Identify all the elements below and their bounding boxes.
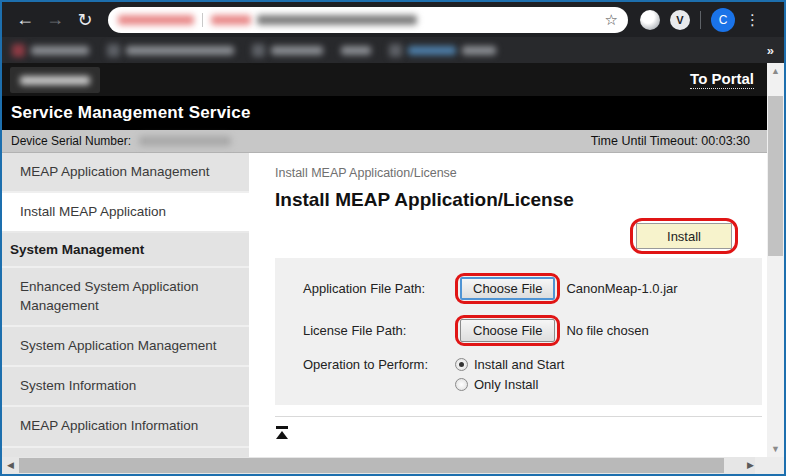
application-choose-file-button[interactable]: Choose File: [460, 277, 555, 300]
serial-bar: Device Serial Number: Time Until Timeout…: [2, 130, 784, 153]
browser-menu-icon[interactable]: ⋮: [745, 11, 760, 29]
url-redacted: [257, 15, 417, 25]
vertical-scrollbar[interactable]: ▲ ▼: [767, 63, 784, 457]
bookmark-item[interactable]: [341, 46, 371, 55]
device-serial-redacted: [139, 136, 231, 146]
sidebar-section-system-management: System Management: [2, 233, 249, 268]
top-icon-triangle: [276, 431, 288, 439]
vertical-scrollbar-thumb[interactable]: [768, 96, 783, 256]
page-title: Install MEAP Application/License: [275, 189, 766, 211]
device-name-blob: [20, 76, 90, 85]
omnibox-divider: [202, 13, 203, 27]
install-button[interactable]: Install: [636, 223, 732, 249]
bookmark-item[interactable]: [389, 44, 496, 57]
address-bar[interactable]: ☆: [108, 7, 628, 33]
radio-option-install-and-start[interactable]: Install and Start: [455, 357, 564, 372]
operation-label: Operation to Perform:: [303, 357, 455, 372]
back-icon[interactable]: ←: [10, 9, 40, 30]
service-title: Service Management Service: [11, 103, 251, 123]
portal-topbar: To Portal: [2, 63, 784, 96]
application-file-value: CanonMeap-1.0.jar: [566, 281, 677, 296]
bookmark-item[interactable]: [107, 44, 234, 57]
forward-icon[interactable]: →: [40, 9, 70, 30]
bookmark-item[interactable]: [252, 44, 323, 57]
bookmark-label-redacted: [31, 46, 89, 55]
license-choose-file-button[interactable]: Choose File: [460, 319, 555, 342]
horizontal-scrollbar[interactable]: ◀ ▶: [2, 457, 759, 474]
horizontal-scrollbar-thumb[interactable]: [19, 458, 724, 473]
bookmark-favicon: [252, 44, 265, 57]
scroll-down-icon[interactable]: ▼: [767, 441, 784, 457]
install-button-row: Install: [275, 218, 738, 254]
scrollbar-corner: [755, 457, 784, 474]
extension-icon[interactable]: [640, 10, 660, 30]
device-serial-label: Device Serial Number:: [11, 134, 131, 148]
radio-label-install-and-start: Install and Start: [474, 357, 564, 372]
application-file-label: Application File Path:: [303, 281, 455, 296]
bookmark-favicon: [389, 44, 402, 57]
toolbar-right: V C ⋮: [640, 8, 760, 32]
bookmark-item[interactable]: [12, 44, 89, 57]
bookmark-label-redacted: [341, 46, 371, 55]
profile-avatar[interactable]: C: [711, 8, 735, 32]
license-file-row: License File Path: Choose File No file c…: [303, 315, 762, 346]
url-scheme-redacted: [211, 15, 251, 25]
bookmark-favicon: [107, 44, 120, 57]
back-to-top-icon[interactable]: [275, 426, 289, 439]
scroll-left-icon[interactable]: ◀: [2, 457, 19, 474]
top-icon-bar: [276, 426, 288, 429]
radio-icon-only-install[interactable]: [455, 378, 468, 391]
bookmark-label-redacted: [271, 46, 323, 55]
radio-label-only-install: Only Install: [474, 377, 538, 392]
application-file-row: Application File Path: Choose File Canon…: [303, 273, 762, 304]
install-form: Application File Path: Choose File Canon…: [275, 258, 762, 405]
license-file-value: No file chosen: [566, 323, 648, 338]
sidebar-item-meap-application-management[interactable]: MEAP Application Management: [2, 153, 249, 193]
sidebar-item-meap-application-information[interactable]: MEAP Application Information: [2, 407, 249, 447]
sidebar-item-system-information[interactable]: System Information: [2, 367, 249, 407]
form-separator: [275, 416, 762, 417]
content: MEAP Application Management Install MEAP…: [2, 153, 784, 460]
timeout-text: Time Until Timeout: 00:03:30: [591, 134, 750, 148]
app-choose-file-annotation-ring: Choose File: [455, 273, 560, 304]
browser-toolbar: ← → ↻ ☆ V C ⋮: [2, 2, 784, 37]
main-panel: Install MEAP Application/License Install…: [249, 153, 784, 460]
operation-row: Operation to Perform: Install and Start …: [303, 357, 762, 392]
sidebar-item-install-meap-application[interactable]: Install MEAP Application: [2, 193, 249, 233]
operation-radio-group: Install and Start Only Install: [455, 357, 564, 392]
breadcrumb: Install MEAP Application/License: [275, 166, 766, 180]
license-file-label: License File Path:: [303, 323, 455, 338]
to-portal-link[interactable]: To Portal: [690, 70, 754, 89]
radio-option-only-install[interactable]: Only Install: [455, 377, 564, 392]
radio-icon-install-and-start[interactable]: [455, 358, 468, 371]
device-name-redacted: [10, 67, 100, 93]
sms-header: Service Management Service: [2, 96, 784, 130]
bookmarks-overflow-icon[interactable]: »: [767, 43, 774, 58]
bookmark-label-redacted: [126, 46, 234, 55]
license-choose-file-annotation-ring: Choose File: [455, 315, 560, 346]
toolbar-divider: [700, 11, 701, 29]
bookmark-label-redacted: [462, 46, 496, 55]
bookmarks-bar: »: [2, 37, 784, 63]
install-annotation-ring: Install: [630, 218, 738, 254]
bookmark-star-icon[interactable]: ☆: [605, 11, 618, 29]
sidebar-menu: MEAP Application Management Install MEAP…: [2, 153, 249, 460]
not-secure-redacted: [118, 15, 194, 25]
scroll-up-icon[interactable]: ▲: [767, 63, 784, 79]
sidebar-item-enhanced-system-application-management[interactable]: Enhanced System Application Management: [2, 268, 249, 326]
reload-icon[interactable]: ↻: [70, 9, 100, 31]
bookmark-favicon: [12, 44, 25, 57]
extension-v-icon[interactable]: V: [670, 10, 690, 30]
sidebar-item-system-application-management[interactable]: System Application Management: [2, 327, 249, 367]
bookmark-label-redacted: [408, 46, 456, 55]
